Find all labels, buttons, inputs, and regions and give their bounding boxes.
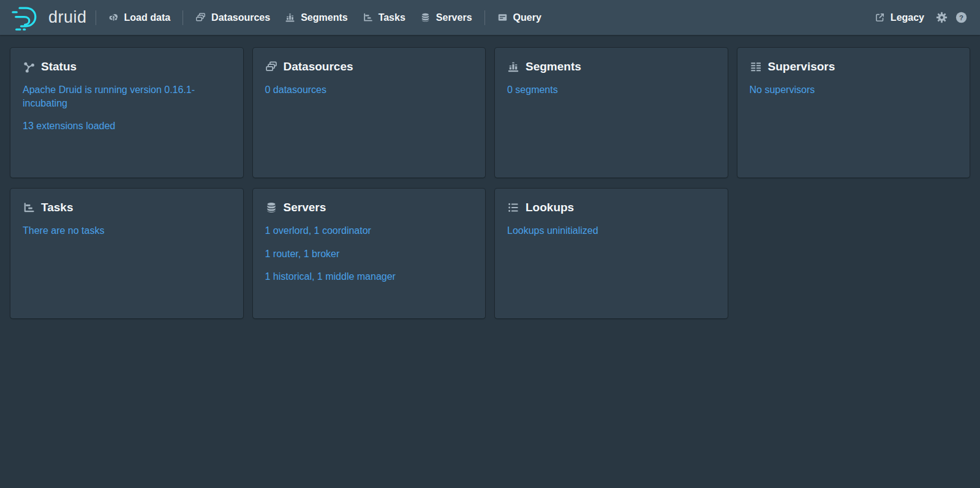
nav-item-label: Servers <box>436 12 472 23</box>
legacy-label: Legacy <box>891 12 924 23</box>
card-title-row: Servers <box>265 201 473 214</box>
nav-item-label: Datasources <box>211 12 270 23</box>
card-title-row: Segments <box>507 60 715 73</box>
nav-item-label: Query <box>513 12 541 23</box>
stacked-chart-icon <box>507 61 519 73</box>
druid-brand[interactable]: druid <box>9 0 91 35</box>
servers-card: Servers 1 overlord, 1 coordinator 1 rout… <box>253 189 486 318</box>
card-title: Lookups <box>526 201 574 214</box>
card-title-row: Supervisors <box>750 60 958 73</box>
card-title: Servers <box>284 201 326 214</box>
card-title-row: Lookups <box>507 201 715 214</box>
nav-item-segments[interactable]: Segments <box>277 0 355 35</box>
card-title: Tasks <box>41 201 73 214</box>
card-title: Datasources <box>284 60 353 73</box>
settings-button[interactable] <box>932 7 951 29</box>
datasources-card: Datasources 0 datasources <box>253 48 486 178</box>
legacy-link[interactable]: Legacy <box>867 0 932 35</box>
status-extensions-link[interactable]: 13 extensions loaded <box>23 119 231 133</box>
navbar-divider <box>484 10 485 25</box>
top-navbar: druid Load data Datasources Segments Tas… <box>0 0 980 35</box>
nav-item-query[interactable]: Query <box>490 0 549 35</box>
multi-select-icon <box>265 61 277 73</box>
database-icon <box>265 201 277 214</box>
gear-icon <box>936 12 948 23</box>
external-link-icon <box>875 12 885 23</box>
nav-item-label: Load data <box>124 12 171 23</box>
card-title: Status <box>41 60 77 73</box>
home-card-grid: Status Apache Druid is running version 0… <box>0 35 980 331</box>
status-card: Status Apache Druid is running version 0… <box>10 48 243 178</box>
tasks-card: Tasks There are no tasks <box>10 189 243 318</box>
status-version-link[interactable]: Apache Druid is running version 0.16.1-i… <box>23 83 231 110</box>
stacked-chart-icon <box>285 12 295 23</box>
gantt-chart-icon <box>23 201 35 214</box>
card-title: Segments <box>526 60 581 73</box>
navbar-divider <box>96 10 96 25</box>
datasources-count-link[interactable]: 0 datasources <box>265 83 473 97</box>
nav-item-load-data[interactable]: Load data <box>101 0 178 35</box>
card-title: Supervisors <box>768 60 835 73</box>
servers-query-link[interactable]: 1 router, 1 broker <box>265 247 473 261</box>
multi-select-icon <box>195 12 206 23</box>
druid-logo-icon <box>10 4 41 31</box>
cloud-upload-icon <box>108 12 119 23</box>
database-icon <box>420 12 431 23</box>
nav-item-label: Segments <box>301 12 347 23</box>
navbar-right: Legacy <box>867 0 971 35</box>
help-button[interactable] <box>951 7 971 29</box>
servers-data-link[interactable]: 1 historical, 1 middle manager <box>265 270 473 283</box>
supervisors-count-link[interactable]: No supervisors <box>750 83 958 97</box>
lookups-card: Lookups Lookups uninitialized <box>495 189 728 318</box>
gantt-chart-icon <box>363 12 373 23</box>
card-title-row: Datasources <box>265 60 473 73</box>
segments-card: Segments 0 segments <box>495 48 728 178</box>
nav-item-servers[interactable]: Servers <box>413 0 480 35</box>
help-icon <box>956 12 967 23</box>
graph-icon <box>23 61 35 73</box>
nav-item-tasks[interactable]: Tasks <box>355 0 413 35</box>
nav-item-label: Tasks <box>379 12 405 23</box>
tasks-count-link[interactable]: There are no tasks <box>23 224 231 238</box>
console-icon <box>497 12 508 23</box>
card-title-row: Status <box>23 60 231 73</box>
properties-icon <box>507 201 519 214</box>
servers-master-link[interactable]: 1 overlord, 1 coordinator <box>265 224 473 238</box>
nav-item-datasources[interactable]: Datasources <box>188 0 277 35</box>
segments-count-link[interactable]: 0 segments <box>507 83 715 97</box>
list-columns-icon <box>750 61 762 73</box>
supervisors-card: Supervisors No supervisors <box>737 48 970 178</box>
brand-wordmark: druid <box>48 8 87 27</box>
navbar-left: druid Load data Datasources Segments Tas… <box>9 0 549 35</box>
lookups-status-link[interactable]: Lookups uninitialized <box>507 224 715 238</box>
card-title-row: Tasks <box>23 201 231 214</box>
navbar-divider <box>183 10 183 25</box>
